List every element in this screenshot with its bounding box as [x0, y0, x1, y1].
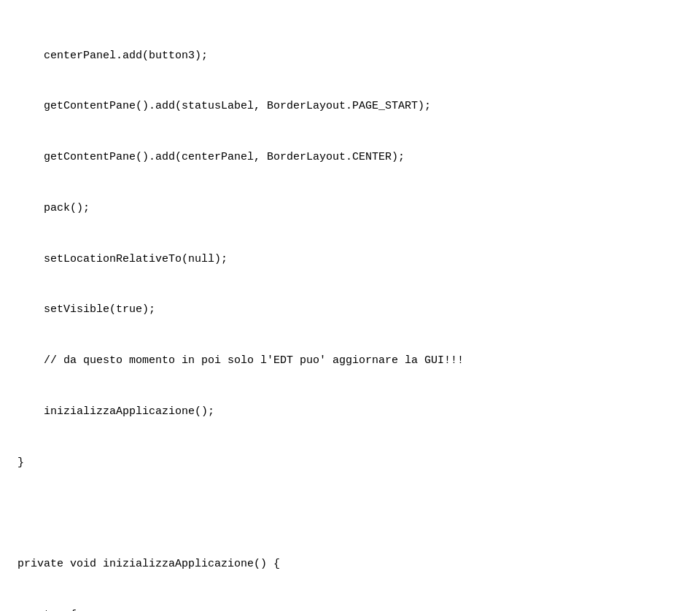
code-line: setVisible(true);: [18, 301, 682, 318]
code-line: // da questo momento in poi solo l'EDT p…: [18, 352, 682, 369]
code-line: setLocationRelativeTo(null);: [18, 251, 682, 268]
code-line: getContentPane().add(centerPanel, Border…: [18, 149, 682, 166]
code-line: }: [18, 454, 682, 471]
code-line: [18, 505, 682, 521]
code-line: getContentPane().add(statusLabel, Border…: [18, 98, 682, 114]
code-line: pack();: [18, 200, 682, 217]
code-line: try {: [18, 607, 682, 611]
code-editor: centerPanel.add(button3); getContentPane…: [18, 13, 682, 611]
code-line: centerPanel.add(button3);: [18, 47, 682, 64]
code-line: inizializzaApplicazione();: [18, 403, 682, 420]
code-line: private void inizializzaApplicazione() {: [18, 556, 682, 572]
